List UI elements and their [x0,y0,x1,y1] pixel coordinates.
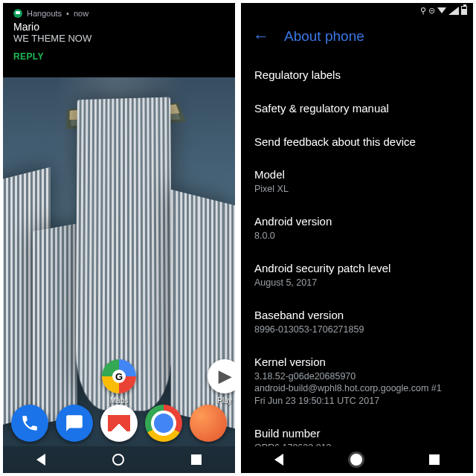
wifi-icon [437,7,446,13]
notification-message: WE THEME NOW [13,33,225,44]
item-kernel-version[interactable]: Kernel version 3.18.52-g06de20685970 and… [254,346,460,418]
heads-up-notification[interactable]: Hangouts • now Mario WE THEME NOW REPLY [3,3,235,77]
nav-recent-icon[interactable] [429,454,440,465]
item-model[interactable]: Model Pixel XL [254,158,460,205]
item-safety-manual[interactable]: Safety & regulatory manual [254,91,460,125]
settings-about-phone: ⚲ ⊝ ← About phone Regulatory labels Safe… [241,3,473,473]
chrome-icon[interactable] [145,405,182,442]
item-regulatory-labels[interactable]: Regulatory labels [254,58,460,91]
about-list[interactable]: Regulatory labels Safety & regulatory ma… [241,58,473,464]
play-icon: ▶ [208,359,235,393]
maps-icon: G [102,359,136,393]
navigation-bar [241,446,473,473]
item-android-version[interactable]: Android version 8.0.0 [254,205,460,252]
back-arrow-icon[interactable]: ← [253,27,269,46]
app-play[interactable]: ▶ Play [204,359,235,405]
item-security-patch[interactable]: Android security patch level August 5, 2… [254,252,460,299]
nav-recent-icon[interactable] [191,454,202,465]
page-title: About phone [284,28,364,45]
item-send-feedback[interactable]: Send feedback about this device [254,125,460,158]
nav-home-icon[interactable] [350,454,362,466]
battery-icon [461,6,467,15]
home-app-row: G Maps ▶ Play [3,359,235,405]
bluetooth-icon: ⚲ [420,6,426,16]
notification-app-name: Hangouts [27,9,62,18]
dnd-icon: ⊝ [428,6,435,16]
nav-back-icon[interactable] [274,454,283,466]
notification-sender: Mario [13,21,225,33]
phone-icon[interactable] [11,405,48,442]
dock [3,399,235,448]
notification-reply-button[interactable]: REPLY [13,51,225,62]
gmail-icon[interactable] [100,405,138,442]
nav-home-icon[interactable] [112,454,124,466]
notification-time: now [74,9,89,18]
messages-icon[interactable] [56,405,93,442]
cell-signal-icon [448,7,459,15]
app-icon[interactable] [190,405,227,442]
status-bar: ⚲ ⊝ [241,3,473,18]
hangouts-icon [13,9,22,18]
nav-back-icon[interactable] [36,454,45,466]
app-bar: ← About phone [241,18,473,58]
item-baseband-version[interactable]: Baseband version 8996-013053-1706271859 [254,299,460,346]
home-screen: Hangouts • now Mario WE THEME NOW REPLY … [3,3,235,473]
navigation-bar [3,446,235,473]
app-google-maps[interactable]: G Maps [98,359,140,405]
